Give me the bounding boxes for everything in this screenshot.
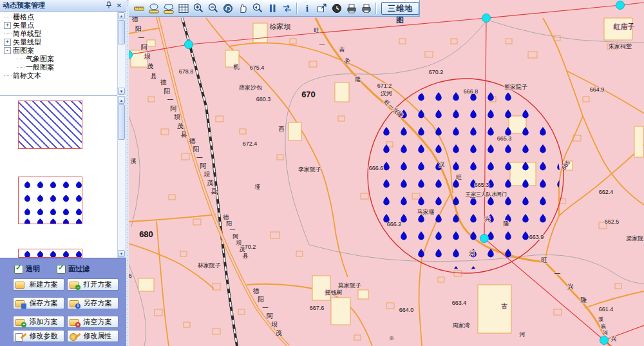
map-label: 县	[211, 187, 218, 195]
back-navigate-icon[interactable]	[220, 1, 235, 15]
button-清空方案[interactable]: 清空方案	[67, 316, 118, 328]
raindrop-glyph	[62, 195, 70, 203]
zoom-out-icon[interactable]	[205, 1, 220, 15]
map-label: 一	[196, 154, 203, 161]
map-label: 周家湾	[453, 322, 470, 329]
button-修改参数[interactable]: 修改参数	[13, 330, 64, 342]
add-plan-icon	[15, 318, 25, 326]
zoom-in-icon[interactable]	[191, 1, 205, 15]
expand-toggle-icon[interactable]: -	[4, 47, 11, 54]
measure-distance-icon[interactable]	[131, 1, 146, 15]
button-label: 修改参数	[25, 331, 62, 341]
pause-icon[interactable]	[265, 1, 279, 15]
button-添加方案[interactable]: 添加方案	[13, 316, 64, 328]
pattern-swatch-diagonal-hatch[interactable]	[18, 101, 82, 149]
map-label: 朱家祠堂	[609, 43, 632, 50]
map-label: 662.5	[605, 218, 620, 225]
raindrop-glyph	[75, 208, 82, 216]
swap-view-icon[interactable]	[279, 1, 294, 15]
pattern-swatch-raindrop[interactable]	[18, 177, 82, 224]
checkbox-面过滤[interactable]: 面过滤	[57, 264, 90, 274]
tree-item-一般图案[interactable]: 一般图案	[0, 63, 117, 72]
toolbar-separator	[375, 3, 377, 14]
button-label: 添加方案	[25, 317, 62, 327]
tree-item-label: 气象图案	[26, 55, 54, 63]
print-preview-icon[interactable]	[344, 1, 359, 15]
measure-circle-icon[interactable]	[146, 1, 161, 15]
save-plan-icon	[15, 299, 25, 307]
map-label: 兴	[611, 336, 617, 342]
map-canvas[interactable]: 徐家坝红庙子朱家祠堂678.8机675.4薛家沙包680.3670671.2汉河…	[129, 0, 644, 346]
raindrop-glyph	[36, 181, 44, 189]
map-label: 德	[160, 79, 167, 86]
pattern-list	[0, 95, 117, 258]
vertex-handle[interactable]	[482, 14, 491, 23]
open-plan-folder-icon	[70, 280, 79, 289]
tree-item-矢量点[interactable]: +矢量点	[0, 21, 117, 30]
tree-item-简单线型[interactable]: 简单线型	[0, 30, 117, 38]
raindrop-glyph	[23, 208, 32, 216]
tree-item-矢量线型[interactable]: +矢量线型	[0, 38, 117, 46]
sidebar-titlebar: 动态预案管理 ✕	[0, 0, 126, 12]
tree-scrollbar[interactable]: ▲ ▼	[117, 12, 126, 95]
grid-icon[interactable]	[176, 1, 191, 15]
checkbox-label: 透明	[26, 264, 40, 274]
button-修改属性[interactable]: 修改属性	[67, 330, 118, 342]
checkbox-box-icon[interactable]	[14, 265, 23, 274]
button-另存方案[interactable]: 另存方案	[67, 297, 118, 309]
checkbox-box-icon[interactable]	[57, 265, 66, 274]
pan-hand-icon[interactable]	[235, 1, 250, 15]
button-label: 清空方案	[79, 317, 116, 327]
info-icon[interactable]: i	[299, 1, 314, 15]
tree-item-面图案[interactable]: -面图案	[0, 46, 117, 55]
expand-toggle-icon[interactable]: +	[4, 39, 11, 46]
close-icon[interactable]: ✕	[115, 1, 124, 10]
print-icon[interactable]	[359, 1, 374, 15]
scroll-thumb[interactable]	[118, 20, 125, 44]
map-label: 坝	[204, 171, 210, 178]
scroll-up-icon[interactable]: ▲	[118, 12, 125, 19]
raindrop-glyph	[36, 251, 44, 258]
map-label: 汉	[439, 161, 445, 168]
map-label: 摇钱树	[325, 289, 343, 296]
tree-item-箭标文本[interactable]: 箭标文本	[0, 72, 117, 80]
pin-icon[interactable]	[104, 1, 113, 10]
tree-item-气象图案[interactable]: 气象图案	[0, 55, 117, 63]
map-label: 666.2	[387, 221, 402, 227]
map-label: 阿	[141, 44, 147, 51]
raindrop-glyph	[23, 181, 32, 189]
scroll-up-icon[interactable]: ▲	[118, 97, 125, 104]
pattern-scrollbar[interactable]: ▲ ▼	[117, 96, 126, 258]
raindrop-glyph	[49, 208, 57, 216]
zoom-window-icon[interactable]	[250, 1, 265, 15]
scroll-down-icon[interactable]: ▼	[118, 250, 125, 257]
map-3d-button[interactable]: 三维地图	[381, 2, 419, 15]
vertex-handle[interactable]	[480, 235, 489, 243]
vertex-handle[interactable]	[600, 336, 609, 345]
scroll-thumb[interactable]	[118, 104, 125, 140]
map-label: 隆	[581, 296, 587, 303]
map-label: 672.4	[243, 140, 258, 147]
button-label: 打开方案	[79, 280, 116, 289]
map-label: 德	[252, 287, 260, 294]
map-label: 阳	[135, 25, 142, 32]
button-新建方案[interactable]: 新建方案	[13, 278, 64, 291]
tree-item-栅格点[interactable]: 栅格点	[0, 13, 117, 21]
vertex-handle[interactable]	[616, 1, 625, 10]
scroll-down-icon[interactable]: ▼	[118, 88, 125, 95]
measure-polygon-icon[interactable]	[161, 1, 176, 15]
svg-text:i: i	[306, 4, 308, 14]
export-icon[interactable]	[314, 1, 329, 15]
map-label: 664.9	[590, 86, 605, 93]
history-clock-icon[interactable]	[329, 1, 344, 15]
map-label: 西	[279, 126, 285, 132]
button-打开方案[interactable]: 打开方案	[67, 278, 118, 291]
button-保存方案[interactable]: 保存方案	[13, 297, 64, 309]
map-label: 坝	[144, 53, 151, 60]
pattern-swatch-raindrop-partial[interactable]	[18, 249, 82, 258]
plan-control-panel: 透明面过滤 新建方案打开方案保存方案另存方案添加方案清空方案修改参数修改属性	[0, 258, 126, 346]
checkbox-透明[interactable]: 透明	[14, 264, 40, 274]
tree-branch-line	[17, 67, 24, 68]
vertex-handle[interactable]	[185, 41, 193, 49]
expand-toggle-icon[interactable]: +	[4, 22, 11, 29]
